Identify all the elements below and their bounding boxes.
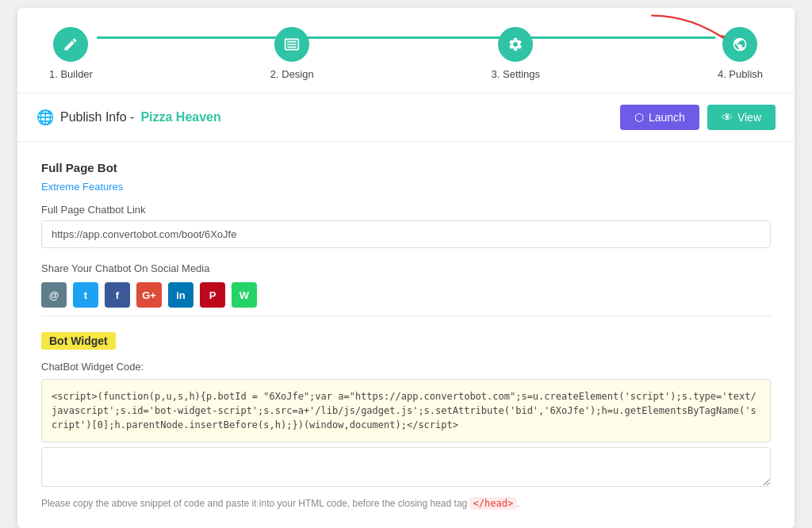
step-builder[interactable]: 1. Builder	[49, 27, 93, 80]
step-settings-label: 3. Settings	[492, 68, 540, 80]
footer-hint-tag: </head>	[470, 497, 517, 510]
footer-hint: Please copy the above snippet of code an…	[41, 498, 771, 509]
content-area: Full Page Bot Extreme Features Full Page…	[17, 142, 795, 528]
header-buttons: ⬡ Launch 👁 View	[620, 105, 776, 130]
step-publish-label: 4. Publish	[718, 68, 763, 80]
step-publish[interactable]: 4. Publish	[718, 27, 763, 80]
step-design-label: 2. Design	[270, 68, 314, 80]
extreme-features-link[interactable]: Extreme Features	[41, 181, 123, 193]
social-pinterest-button[interactable]: P	[200, 282, 225, 308]
step-builder-circle	[53, 27, 88, 62]
step-publish-circle	[722, 27, 757, 62]
step-builder-label: 1. Builder	[49, 68, 93, 80]
view-button[interactable]: 👁 View	[707, 105, 776, 130]
publish-info-text: Publish Info -	[60, 110, 134, 124]
footer-hint-text: Please copy the above snippet of code an…	[41, 498, 467, 509]
launch-icon: ⬡	[634, 111, 644, 124]
step-design-circle	[274, 27, 309, 62]
launch-label: Launch	[649, 111, 685, 124]
step-settings-circle	[498, 27, 533, 62]
section-divider	[41, 316, 771, 316]
social-twitter-button[interactable]: t	[73, 282, 98, 308]
chatbot-link-label: Full Page Chatbot Link	[41, 204, 771, 216]
stepper: 1. Builder 2. Design 3. Settings 4. Publ…	[17, 8, 795, 94]
publish-title: 🌐 Publish Info - Pizza Heaven	[36, 109, 221, 126]
code-textarea[interactable]	[41, 447, 771, 487]
bot-widget-section: Bot Widget ChatBot Widget Code: <script>…	[41, 332, 771, 509]
social-linkedin-button[interactable]: in	[168, 282, 193, 308]
code-snippet-box[interactable]: <script>(function(p,u,s,h){p.botId = "6X…	[41, 379, 771, 442]
bot-name: Pizza Heaven	[140, 110, 220, 124]
step-settings[interactable]: 3. Settings	[492, 27, 540, 80]
globe-icon: 🌐	[36, 109, 54, 126]
social-facebook-button[interactable]: f	[105, 282, 130, 308]
full-page-bot-section: Full Page Bot Extreme Features Full Page…	[41, 161, 771, 308]
launch-button[interactable]: ⬡ Launch	[620, 105, 699, 130]
view-label: View	[737, 111, 761, 124]
chatbot-link-input[interactable]	[41, 220, 771, 248]
publish-header: 🌐 Publish Info - Pizza Heaven ⬡ Launch 👁…	[17, 94, 795, 142]
social-email-button[interactable]: @	[41, 282, 67, 308]
social-share-label: Share Your Chatbot On Social Media	[41, 262, 771, 274]
social-buttons: @ t f G+ in P W	[41, 282, 771, 308]
code-label: ChatBot Widget Code:	[41, 361, 771, 373]
social-google-button[interactable]: G+	[136, 282, 162, 308]
bot-widget-label: Bot Widget	[41, 332, 116, 350]
stepper-line	[97, 36, 715, 39]
social-whatsapp-button[interactable]: W	[232, 282, 257, 308]
full-page-bot-title: Full Page Bot	[41, 161, 771, 174]
step-design[interactable]: 2. Design	[270, 27, 314, 80]
eye-icon: 👁	[722, 111, 733, 124]
main-container: 1. Builder 2. Design 3. Settings 4. Publ…	[17, 8, 795, 528]
